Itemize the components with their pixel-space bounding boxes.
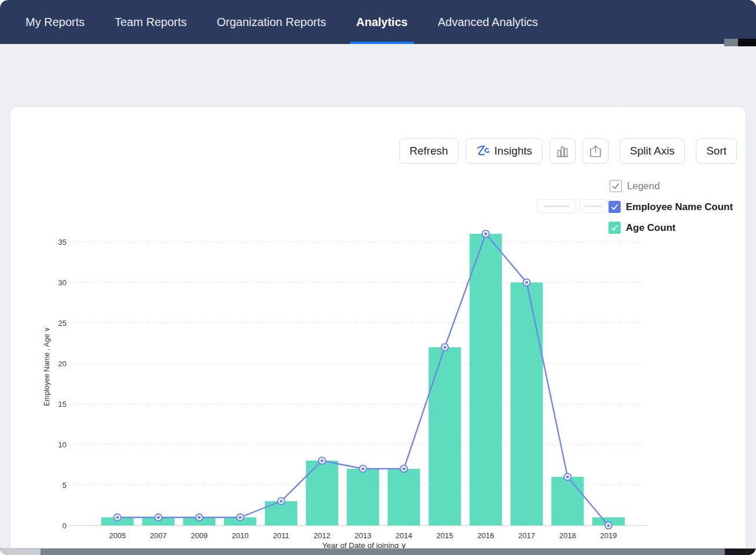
tab-analytics[interactable]: Analytics: [350, 0, 414, 44]
x-tick-2013: 2013: [355, 531, 371, 540]
line-point-dot: [157, 516, 160, 519]
line-point-dot: [362, 467, 364, 470]
line-point-dot: [484, 232, 487, 235]
report-card: RefreshInsightsSplit AxisSort LegendEmpl…: [10, 107, 746, 555]
x-tick-2014: 2014: [396, 531, 412, 540]
app-window: My ReportsTeam ReportsOrganization Repor…: [0, 0, 756, 555]
y-tick-30: 30: [58, 278, 67, 287]
x-tick-2016: 2016: [477, 531, 494, 540]
active-tab-underline: [350, 42, 414, 44]
y-axis-title[interactable]: Employee Name , Age ∨: [43, 327, 51, 406]
x-tick-2018: 2018: [559, 531, 576, 540]
x-tick-2011: 2011: [273, 531, 289, 540]
tab-my-reports[interactable]: My Reports: [19, 0, 91, 44]
y-tick-0: 0: [62, 521, 67, 530]
bar-2016[interactable]: [470, 234, 502, 525]
x-tick-2019: 2019: [600, 531, 617, 540]
x-tick-2005: 2005: [109, 531, 126, 540]
vertical-scrollbar-fragment[interactable]: [724, 39, 756, 46]
bar-2015[interactable]: [429, 347, 461, 525]
line-point-dot: [607, 524, 610, 527]
tab-organization-reports[interactable]: Organization Reports: [211, 0, 333, 44]
report-header: Employee count Regenerate Report: [0, 44, 756, 107]
y-tick-25: 25: [58, 319, 67, 328]
scrollbar-cap: [0, 549, 40, 555]
tab-team-reports[interactable]: Team Reports: [108, 0, 193, 44]
bar-2013[interactable]: [347, 469, 379, 525]
line-point-dot: [279, 499, 282, 502]
x-tick-2012: 2012: [314, 531, 330, 540]
top-nav: My ReportsTeam ReportsOrganization Repor…: [0, 0, 756, 44]
x-tick-2017: 2017: [518, 531, 535, 540]
bar-2014[interactable]: [388, 469, 420, 525]
y-tick-10: 10: [58, 440, 67, 449]
bar-2017[interactable]: [511, 282, 543, 525]
line-point-dot: [239, 516, 242, 519]
x-tick-2007: 2007: [150, 531, 167, 540]
line-point-dot: [198, 516, 201, 519]
line-point-dot: [525, 281, 528, 284]
x-tick-2010: 2010: [232, 531, 249, 540]
line-point-dot: [320, 459, 323, 462]
line-point-dot: [566, 475, 569, 478]
x-tick-2015: 2015: [437, 531, 453, 540]
y-tick-15: 15: [58, 400, 67, 409]
x-tick-2009: 2009: [191, 531, 208, 540]
scrollbar-thumb[interactable]: [40, 549, 725, 555]
bar-2012[interactable]: [306, 461, 338, 525]
line-point-dot: [403, 467, 405, 470]
chart-canvas[interactable]: 0510152025303520052007200920102011201220…: [10, 107, 746, 555]
scrollbar-thumb[interactable]: [724, 39, 738, 46]
y-tick-35: 35: [58, 238, 67, 247]
tab-advanced-analytics[interactable]: Advanced Analytics: [432, 0, 544, 44]
horizontal-scrollbar[interactable]: [0, 548, 756, 555]
line-point-dot: [443, 346, 446, 348]
line-point-dot: [116, 516, 119, 519]
bar-2018[interactable]: [551, 477, 584, 525]
y-tick-5: 5: [62, 481, 67, 490]
y-tick-20: 20: [58, 359, 67, 368]
